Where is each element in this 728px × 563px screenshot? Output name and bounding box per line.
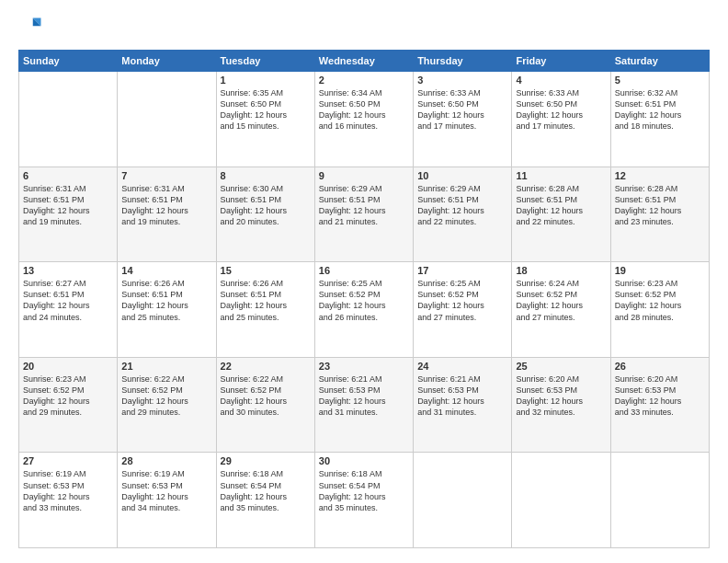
day-cell: 20Sunrise: 6:23 AM Sunset: 6:52 PM Dayli… bbox=[19, 357, 118, 453]
header bbox=[18, 15, 710, 40]
day-cell: 15Sunrise: 6:26 AM Sunset: 6:51 PM Dayli… bbox=[216, 262, 314, 358]
weekday-header-thursday: Thursday bbox=[414, 51, 512, 72]
logo-icon bbox=[18, 15, 44, 40]
weekday-header-tuesday: Tuesday bbox=[216, 51, 314, 72]
day-info: Sunrise: 6:33 AM Sunset: 6:50 PM Dayligh… bbox=[516, 87, 606, 132]
day-number: 17 bbox=[417, 265, 507, 276]
day-number: 18 bbox=[516, 265, 606, 276]
day-info: Sunrise: 6:23 AM Sunset: 6:52 PM Dayligh… bbox=[615, 278, 705, 323]
day-cell: 26Sunrise: 6:20 AM Sunset: 6:53 PM Dayli… bbox=[610, 357, 709, 453]
day-number: 11 bbox=[516, 170, 606, 181]
day-cell: 5Sunrise: 6:32 AM Sunset: 6:51 PM Daylig… bbox=[610, 72, 709, 167]
day-number: 15 bbox=[221, 265, 311, 276]
logo bbox=[18, 15, 48, 40]
day-number: 6 bbox=[23, 170, 113, 181]
day-number: 3 bbox=[417, 75, 507, 86]
day-info: Sunrise: 6:19 AM Sunset: 6:53 PM Dayligh… bbox=[121, 468, 211, 513]
day-info: Sunrise: 6:22 AM Sunset: 6:52 PM Dayligh… bbox=[221, 373, 311, 419]
day-info: Sunrise: 6:27 AM Sunset: 6:51 PM Dayligh… bbox=[23, 278, 113, 323]
weekday-header-row: SundayMondayTuesdayWednesdayThursdayFrid… bbox=[19, 51, 710, 72]
day-cell: 2Sunrise: 6:34 AM Sunset: 6:50 PM Daylig… bbox=[314, 72, 413, 167]
day-cell: 12Sunrise: 6:28 AM Sunset: 6:51 PM Dayli… bbox=[610, 167, 709, 262]
day-info: Sunrise: 6:19 AM Sunset: 6:53 PM Dayligh… bbox=[23, 468, 113, 513]
day-cell: 22Sunrise: 6:22 AM Sunset: 6:52 PM Dayli… bbox=[216, 357, 314, 453]
day-cell: 6Sunrise: 6:31 AM Sunset: 6:51 PM Daylig… bbox=[19, 167, 118, 262]
day-number: 2 bbox=[319, 75, 409, 86]
day-cell: 9Sunrise: 6:29 AM Sunset: 6:51 PM Daylig… bbox=[314, 167, 413, 262]
day-cell: 16Sunrise: 6:25 AM Sunset: 6:52 PM Dayli… bbox=[314, 262, 413, 358]
day-number: 24 bbox=[417, 361, 507, 372]
day-cell: 8Sunrise: 6:30 AM Sunset: 6:51 PM Daylig… bbox=[216, 167, 314, 262]
day-cell bbox=[414, 453, 512, 548]
day-cell: 1Sunrise: 6:35 AM Sunset: 6:50 PM Daylig… bbox=[216, 72, 314, 167]
day-number: 21 bbox=[121, 361, 211, 372]
day-number: 19 bbox=[615, 265, 705, 276]
day-cell: 24Sunrise: 6:21 AM Sunset: 6:53 PM Dayli… bbox=[414, 357, 512, 453]
day-number: 30 bbox=[319, 455, 409, 466]
day-number: 10 bbox=[417, 170, 507, 181]
day-number: 14 bbox=[121, 265, 211, 276]
day-cell: 19Sunrise: 6:23 AM Sunset: 6:52 PM Dayli… bbox=[610, 262, 709, 358]
day-info: Sunrise: 6:35 AM Sunset: 6:50 PM Dayligh… bbox=[221, 87, 311, 132]
day-cell: 27Sunrise: 6:19 AM Sunset: 6:53 PM Dayli… bbox=[19, 453, 118, 548]
day-number: 20 bbox=[23, 361, 113, 372]
day-number: 25 bbox=[516, 361, 606, 372]
day-cell: 17Sunrise: 6:25 AM Sunset: 6:52 PM Dayli… bbox=[414, 262, 512, 358]
day-number: 7 bbox=[121, 170, 211, 181]
day-info: Sunrise: 6:28 AM Sunset: 6:51 PM Dayligh… bbox=[615, 183, 705, 228]
week-row-1: 6Sunrise: 6:31 AM Sunset: 6:51 PM Daylig… bbox=[19, 167, 710, 262]
day-cell: 4Sunrise: 6:33 AM Sunset: 6:50 PM Daylig… bbox=[512, 72, 610, 167]
day-cell bbox=[512, 453, 610, 548]
day-info: Sunrise: 6:23 AM Sunset: 6:52 PM Dayligh… bbox=[23, 373, 113, 419]
weekday-header-friday: Friday bbox=[512, 51, 610, 72]
day-info: Sunrise: 6:26 AM Sunset: 6:51 PM Dayligh… bbox=[121, 278, 211, 323]
day-number: 8 bbox=[221, 170, 311, 181]
week-row-3: 20Sunrise: 6:23 AM Sunset: 6:52 PM Dayli… bbox=[19, 357, 710, 453]
day-number: 9 bbox=[319, 170, 409, 181]
page: SundayMondayTuesdayWednesdayThursdayFrid… bbox=[0, 0, 728, 563]
day-cell bbox=[118, 72, 216, 167]
day-cell: 30Sunrise: 6:18 AM Sunset: 6:54 PM Dayli… bbox=[314, 453, 413, 548]
day-info: Sunrise: 6:29 AM Sunset: 6:51 PM Dayligh… bbox=[417, 183, 507, 228]
day-cell bbox=[19, 72, 118, 167]
day-info: Sunrise: 6:20 AM Sunset: 6:53 PM Dayligh… bbox=[615, 373, 705, 419]
week-row-0: 1Sunrise: 6:35 AM Sunset: 6:50 PM Daylig… bbox=[19, 72, 710, 167]
day-number: 16 bbox=[319, 265, 409, 276]
day-info: Sunrise: 6:31 AM Sunset: 6:51 PM Dayligh… bbox=[23, 183, 113, 228]
day-cell: 21Sunrise: 6:22 AM Sunset: 6:52 PM Dayli… bbox=[118, 357, 216, 453]
day-info: Sunrise: 6:18 AM Sunset: 6:54 PM Dayligh… bbox=[319, 468, 409, 513]
day-number: 4 bbox=[516, 75, 606, 86]
weekday-header-monday: Monday bbox=[118, 51, 216, 72]
day-number: 26 bbox=[615, 361, 705, 372]
day-info: Sunrise: 6:26 AM Sunset: 6:51 PM Dayligh… bbox=[221, 278, 311, 323]
day-info: Sunrise: 6:32 AM Sunset: 6:51 PM Dayligh… bbox=[615, 87, 705, 132]
day-info: Sunrise: 6:18 AM Sunset: 6:54 PM Dayligh… bbox=[221, 468, 311, 513]
day-info: Sunrise: 6:28 AM Sunset: 6:51 PM Dayligh… bbox=[516, 183, 606, 228]
weekday-header-sunday: Sunday bbox=[19, 51, 118, 72]
day-number: 5 bbox=[615, 75, 705, 86]
week-row-4: 27Sunrise: 6:19 AM Sunset: 6:53 PM Dayli… bbox=[19, 453, 710, 548]
day-info: Sunrise: 6:31 AM Sunset: 6:51 PM Dayligh… bbox=[121, 183, 211, 228]
week-row-2: 13Sunrise: 6:27 AM Sunset: 6:51 PM Dayli… bbox=[19, 262, 710, 358]
day-cell: 28Sunrise: 6:19 AM Sunset: 6:53 PM Dayli… bbox=[118, 453, 216, 548]
day-cell: 14Sunrise: 6:26 AM Sunset: 6:51 PM Dayli… bbox=[118, 262, 216, 358]
day-info: Sunrise: 6:34 AM Sunset: 6:50 PM Dayligh… bbox=[319, 87, 409, 132]
day-number: 23 bbox=[319, 361, 409, 372]
day-info: Sunrise: 6:25 AM Sunset: 6:52 PM Dayligh… bbox=[319, 278, 409, 323]
day-number: 28 bbox=[121, 455, 211, 466]
day-cell: 25Sunrise: 6:20 AM Sunset: 6:53 PM Dayli… bbox=[512, 357, 610, 453]
calendar-table: SundayMondayTuesdayWednesdayThursdayFrid… bbox=[18, 50, 710, 548]
weekday-header-saturday: Saturday bbox=[610, 51, 709, 72]
day-number: 12 bbox=[615, 170, 705, 181]
day-cell: 10Sunrise: 6:29 AM Sunset: 6:51 PM Dayli… bbox=[414, 167, 512, 262]
day-info: Sunrise: 6:21 AM Sunset: 6:53 PM Dayligh… bbox=[319, 373, 409, 419]
day-info: Sunrise: 6:29 AM Sunset: 6:51 PM Dayligh… bbox=[319, 183, 409, 228]
day-cell: 29Sunrise: 6:18 AM Sunset: 6:54 PM Dayli… bbox=[216, 453, 314, 548]
day-info: Sunrise: 6:20 AM Sunset: 6:53 PM Dayligh… bbox=[516, 373, 606, 419]
day-cell: 7Sunrise: 6:31 AM Sunset: 6:51 PM Daylig… bbox=[118, 167, 216, 262]
day-cell: 13Sunrise: 6:27 AM Sunset: 6:51 PM Dayli… bbox=[19, 262, 118, 358]
day-number: 29 bbox=[221, 455, 311, 466]
day-info: Sunrise: 6:25 AM Sunset: 6:52 PM Dayligh… bbox=[417, 278, 507, 323]
day-number: 1 bbox=[221, 75, 311, 86]
day-info: Sunrise: 6:33 AM Sunset: 6:50 PM Dayligh… bbox=[417, 87, 507, 132]
